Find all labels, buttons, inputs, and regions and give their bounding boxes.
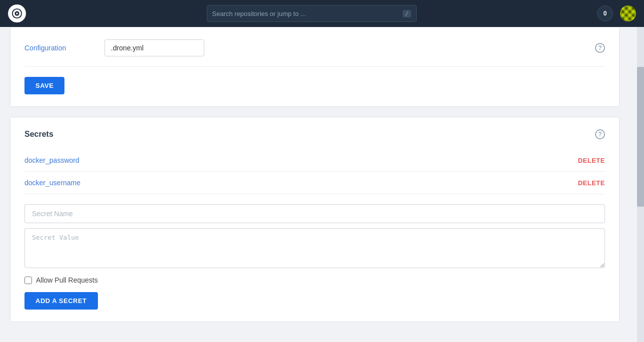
delete-docker-username-button[interactable]: DELETE <box>578 179 605 187</box>
secret-value-textarea[interactable] <box>24 228 605 268</box>
allow-pull-requests-label: Allow Pull Requests <box>36 276 98 284</box>
search-input[interactable] <box>212 10 403 17</box>
secrets-title: Secrets <box>24 130 53 139</box>
scrollbar-track[interactable] <box>637 27 644 342</box>
notification-badge[interactable]: 0 <box>597 5 613 21</box>
config-label: Configuration <box>24 44 104 52</box>
logo[interactable] <box>8 4 26 22</box>
secret-row-docker-password: docker_password DELETE <box>24 149 605 172</box>
divider <box>24 66 605 67</box>
secrets-card: Secrets ? docker_password DELETE docker_… <box>10 117 620 322</box>
secret-name-docker-username: docker_username <box>24 179 578 187</box>
search-wrapper: / <box>26 5 597 22</box>
secrets-help[interactable]: ? <box>595 129 605 139</box>
help-icon: ? <box>595 43 605 53</box>
delete-docker-password-button[interactable]: DELETE <box>578 157 605 164</box>
user-avatar[interactable] <box>620 5 636 21</box>
config-input[interactable] <box>104 39 204 56</box>
secret-name-input[interactable] <box>24 204 605 223</box>
allow-pull-requests-row: Allow Pull Requests <box>24 276 605 284</box>
add-secret-form: Allow Pull Requests ADD A SECRET <box>24 204 605 310</box>
secret-name-docker-password: docker_password <box>24 156 578 164</box>
secrets-header: Secrets ? <box>24 129 605 139</box>
svg-point-2 <box>16 12 18 14</box>
secret-row-docker-username: docker_username DELETE <box>24 172 605 194</box>
allow-pull-requests-checkbox[interactable] <box>24 277 32 284</box>
scrollbar-thumb[interactable] <box>637 67 644 207</box>
main-content: Configuration ? SAVE Secrets ? docker_pa… <box>0 27 630 342</box>
save-button[interactable]: SAVE <box>24 77 64 94</box>
navbar: / 0 <box>0 0 644 27</box>
search-bar[interactable]: / <box>207 5 417 22</box>
secrets-help-icon: ? <box>595 129 605 139</box>
config-help[interactable]: ? <box>595 43 605 53</box>
config-row: Configuration ? <box>24 39 605 56</box>
configuration-card: Configuration ? SAVE <box>10 27 620 107</box>
slash-key: / <box>403 10 411 17</box>
add-secret-button[interactable]: ADD A SECRET <box>24 292 98 310</box>
navbar-right: 0 <box>597 5 636 21</box>
avatar-pattern <box>622 7 635 20</box>
